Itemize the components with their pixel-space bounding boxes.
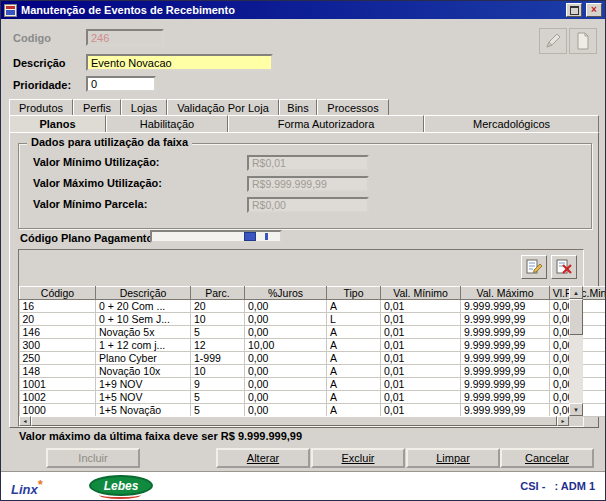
prioridade-label: Prioridade: <box>13 79 71 91</box>
column-header-val-minimo[interactable]: Val. Mínimo <box>381 287 461 300</box>
column-header-juros[interactable]: %Juros <box>245 287 327 300</box>
horizontal-scrollbar[interactable]: ◄ ► <box>19 416 569 426</box>
table-cell: 20 <box>191 300 245 313</box>
tab-processos[interactable]: Processos <box>317 99 389 115</box>
table-cell: 1+5 NOV <box>96 391 191 404</box>
descricao-field[interactable]: Evento Novacao <box>86 54 273 71</box>
table-cell: 0 + 10 Sem J... <box>96 313 191 326</box>
excluir-button[interactable]: Excluir <box>311 448 405 468</box>
delete-row-icon <box>555 258 573 276</box>
faixa-field-row: Valor Mínimo Parcela:R$0,00 <box>19 197 591 213</box>
tab-perfis[interactable]: Perfis <box>73 99 121 115</box>
column-header-parc[interactable]: Parc. <box>191 287 245 300</box>
edit-row-button[interactable] <box>521 255 547 279</box>
tab-habilitacao[interactable]: Habilitação <box>106 115 228 132</box>
linx-logo: Linx* <box>11 477 43 497</box>
plano-pagamento-slider[interactable] <box>150 230 282 243</box>
table-cell: A <box>327 352 381 365</box>
tab-lojas[interactable]: Lojas <box>121 99 167 115</box>
table-cell: 0,01 <box>381 391 461 404</box>
scroll-up-button[interactable]: ▲ <box>569 286 583 299</box>
linx-text: Linx <box>11 482 38 497</box>
table-cell: 9 <box>191 378 245 391</box>
column-header-codigo[interactable]: Código <box>20 287 96 300</box>
table-row[interactable]: 250Plano Cyber1-9990,00A0,019.999.999,99… <box>20 352 606 365</box>
column-header-descricao[interactable]: Descrição <box>96 287 191 300</box>
scroll-right-button[interactable]: ► <box>557 416 569 426</box>
pencil-icon-button[interactable] <box>539 28 567 54</box>
restore-button[interactable] <box>566 3 582 17</box>
column-header-tipo[interactable]: Tipo <box>327 287 381 300</box>
prioridade-field[interactable]: 0 <box>86 76 156 92</box>
tab-row-2: PlanosHabilitaçãoForma AutorizadoraMerca… <box>9 115 599 132</box>
app-icon <box>4 4 17 17</box>
table-row[interactable]: 146Novação 5x50,00A0,019.999.999,990,00 <box>20 326 606 339</box>
cancelar-button[interactable]: Cancelar <box>500 448 594 468</box>
tab-produtos[interactable]: Produtos <box>9 99 73 115</box>
tab-mercadologicos[interactable]: Mercadológicos <box>424 115 599 132</box>
table-row[interactable]: 10001+5 Novação50,00A0,019.999.999,990,0… <box>20 404 606 417</box>
table-cell: 0,00 <box>245 365 327 378</box>
table-cell: 0,01 <box>381 365 461 378</box>
table-cell: 0,01 <box>381 313 461 326</box>
limpar-button[interactable]: Limpar <box>406 448 500 468</box>
faixa-field-label: Valor Mínimo Parcela: <box>33 198 147 210</box>
planos-tab-panel: Dados para utilização da faixa Valor Mín… <box>9 132 599 428</box>
pencil-icon <box>543 31 563 51</box>
table-cell: Novação 10x <box>96 365 191 378</box>
table-row[interactable]: 3001 + 12 com j...1210,00A0,019.999.999,… <box>20 339 606 352</box>
incluir-button: Incluir <box>46 448 140 468</box>
document-icon-button[interactable] <box>569 28 597 54</box>
table-cell: 300 <box>20 339 96 352</box>
table-cell: 10,00 <box>245 339 327 352</box>
descricao-label: Descrição <box>13 57 66 69</box>
table-cell: 250 <box>20 352 96 365</box>
slider-tick <box>265 233 268 240</box>
linx-star-icon: * <box>38 477 43 492</box>
tab-forma-autorizadora[interactable]: Forma Autorizadora <box>228 115 424 132</box>
table-cell: A <box>327 391 381 404</box>
status-bar: Linx* Lebes CSI - : ADM 1 <box>1 471 605 500</box>
faixa-field-value[interactable]: R$9.999.999,99 <box>247 176 369 192</box>
dialog-window: Manutenção de Eventos de Recebimento × C… <box>0 0 606 501</box>
vertical-scrollbar[interactable]: ▲ ▼ <box>569 286 583 416</box>
table-row[interactable]: 148Novação 10x100,00A0,019.999.999,990,0… <box>20 365 606 378</box>
table-cell: 9.999.999,99 <box>461 300 550 313</box>
table-cell: 9.999.999,99 <box>461 404 550 417</box>
table-cell: 0,01 <box>381 339 461 352</box>
close-button[interactable]: × <box>586 3 602 17</box>
slider-thumb[interactable] <box>244 232 256 241</box>
table-cell: Plano Cyber <box>96 352 191 365</box>
table-row[interactable]: 10021+5 NOV50,00A0,019.999.999,990,00 <box>20 391 606 404</box>
faixa-field-row: Valor Mínimo Utilização:R$0,01 <box>19 155 591 171</box>
table-cell: 0,01 <box>381 326 461 339</box>
scroll-down-button[interactable]: ▼ <box>569 403 583 416</box>
scroll-left-button[interactable]: ◄ <box>19 416 31 426</box>
vertical-scroll-thumb[interactable] <box>569 299 583 335</box>
table-cell: 5 <box>191 326 245 339</box>
table-row[interactable]: 10011+9 NOV90,00A0,019.999.999,990,00 <box>20 378 606 391</box>
table-row[interactable]: 200 + 10 Sem J...100,00L0,019.999.999,99… <box>20 313 606 326</box>
table-cell: 1001 <box>20 378 96 391</box>
alterar-button[interactable]: Alterar <box>216 448 310 468</box>
horizontal-scroll-thumb[interactable] <box>31 416 557 426</box>
tab-planos[interactable]: Planos <box>9 115 106 132</box>
table-cell: 0,01 <box>381 404 461 417</box>
title-bar[interactable]: Manutenção de Eventos de Recebimento × <box>1 1 605 19</box>
table-cell: 146 <box>20 326 96 339</box>
tab-bins[interactable]: Bins <box>279 99 317 115</box>
session-status: CSI - : ADM 1 <box>520 480 595 492</box>
faixa-field-value[interactable]: R$0,00 <box>247 197 369 213</box>
codigo-field[interactable]: 246 <box>86 29 164 46</box>
column-header-val-maximo[interactable]: Val. Máximo <box>461 287 550 300</box>
table-cell: 20 <box>20 313 96 326</box>
table-cell: L <box>327 313 381 326</box>
tab-validacao-por-loja[interactable]: Validação Por Loja <box>167 99 279 115</box>
plan-table-body: 160 + 20 Com ...200,00A0,019.999.999,990… <box>20 300 606 417</box>
plans-table: CódigoDescriçãoParc.%JurosTipoVal. Mínim… <box>19 286 606 417</box>
faixa-field-value[interactable]: R$0,01 <box>247 155 369 171</box>
table-cell: 10 <box>191 313 245 326</box>
delete-row-button[interactable] <box>551 255 577 279</box>
table-row[interactable]: 160 + 20 Com ...200,00A0,019.999.999,990… <box>20 300 606 313</box>
table-cell: 9.999.999,99 <box>461 326 550 339</box>
